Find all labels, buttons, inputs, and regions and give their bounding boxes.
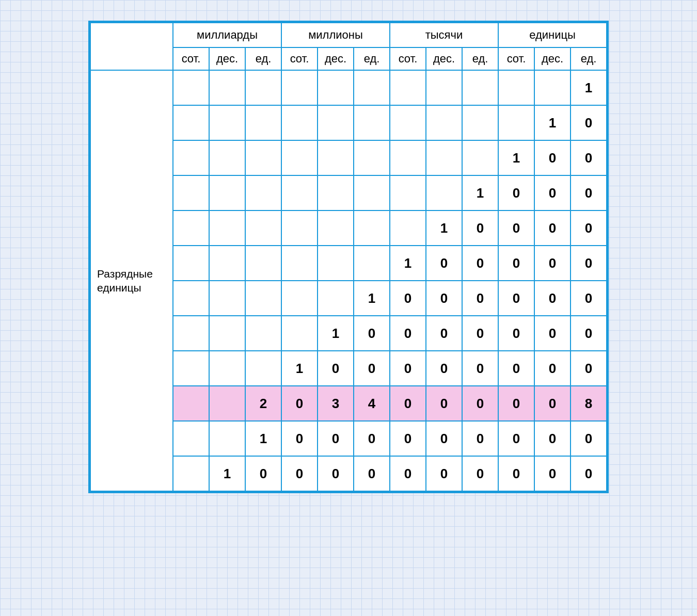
cell: 0 bbox=[354, 351, 390, 386]
cell bbox=[173, 386, 209, 421]
cell bbox=[281, 175, 318, 210]
cell: 1 bbox=[498, 140, 534, 175]
cell bbox=[281, 105, 318, 140]
cell: 0 bbox=[426, 386, 462, 421]
cell: 0 bbox=[571, 246, 607, 281]
cell bbox=[390, 175, 426, 210]
cell: 0 bbox=[534, 351, 571, 386]
cell bbox=[173, 456, 209, 491]
cell bbox=[173, 175, 209, 210]
cell: 0 bbox=[462, 246, 498, 281]
cell: 0 bbox=[390, 281, 426, 316]
cell: 0 bbox=[571, 140, 607, 175]
rank-ed-sot: сот. bbox=[498, 47, 534, 70]
cell: 1 bbox=[534, 105, 571, 140]
cell bbox=[426, 70, 462, 105]
cell: 0 bbox=[498, 421, 534, 456]
cell: 0 bbox=[462, 421, 498, 456]
cell bbox=[245, 105, 281, 140]
cell: 0 bbox=[534, 386, 571, 421]
cell bbox=[318, 210, 354, 246]
cell: 0 bbox=[390, 316, 426, 351]
cell bbox=[245, 210, 281, 246]
cell bbox=[534, 70, 571, 105]
cell bbox=[173, 316, 209, 351]
cell bbox=[390, 140, 426, 175]
cell: 0 bbox=[390, 421, 426, 456]
rank-ed-ed: ед. bbox=[571, 47, 607, 70]
rank-tys-sot: сот. bbox=[390, 47, 426, 70]
cell: 0 bbox=[462, 386, 498, 421]
cell: 3 bbox=[318, 386, 354, 421]
classes-label bbox=[90, 23, 173, 70]
cell bbox=[173, 281, 209, 316]
cell: 0 bbox=[462, 316, 498, 351]
cell: 1 bbox=[209, 456, 245, 491]
cell bbox=[318, 175, 354, 210]
cell bbox=[426, 175, 462, 210]
cell: 0 bbox=[534, 210, 571, 246]
cell bbox=[498, 70, 534, 105]
cell bbox=[173, 210, 209, 246]
cell: 4 bbox=[354, 386, 390, 421]
cell bbox=[281, 210, 318, 246]
cell bbox=[245, 140, 281, 175]
cell: 0 bbox=[571, 421, 607, 456]
cell: 0 bbox=[245, 456, 281, 491]
cell: 0 bbox=[534, 140, 571, 175]
cell bbox=[209, 140, 245, 175]
rank-mil-ed: ед. bbox=[245, 47, 281, 70]
class-milliards: миллиарды bbox=[173, 23, 281, 47]
cell bbox=[354, 140, 390, 175]
cell: 0 bbox=[571, 210, 607, 246]
cell bbox=[245, 351, 281, 386]
cell bbox=[281, 246, 318, 281]
cell bbox=[209, 386, 245, 421]
cell: 0 bbox=[534, 456, 571, 491]
cell bbox=[173, 70, 209, 105]
cell bbox=[173, 351, 209, 386]
rank-tys-des: дес. bbox=[426, 47, 462, 70]
cell: 0 bbox=[390, 351, 426, 386]
cell: 0 bbox=[426, 246, 462, 281]
cell bbox=[173, 421, 209, 456]
class-millions: миллионы bbox=[281, 23, 390, 47]
cell: 8 bbox=[571, 386, 607, 421]
cell: 0 bbox=[571, 351, 607, 386]
cell bbox=[462, 140, 498, 175]
cell bbox=[209, 351, 245, 386]
cell: 1 bbox=[462, 175, 498, 210]
cell bbox=[245, 281, 281, 316]
cell bbox=[426, 105, 462, 140]
cell: 0 bbox=[426, 351, 462, 386]
cell bbox=[354, 105, 390, 140]
cell bbox=[173, 246, 209, 281]
cell bbox=[462, 70, 498, 105]
cell: 0 bbox=[318, 421, 354, 456]
cell bbox=[209, 246, 245, 281]
cell: 0 bbox=[462, 351, 498, 386]
cell bbox=[426, 140, 462, 175]
cell bbox=[281, 70, 318, 105]
rank-mln-sot: сот. bbox=[281, 47, 318, 70]
class-thousands: тысячи bbox=[390, 23, 498, 47]
cell: 0 bbox=[571, 316, 607, 351]
cell bbox=[245, 175, 281, 210]
cell bbox=[209, 175, 245, 210]
cell: 0 bbox=[281, 386, 318, 421]
cell bbox=[281, 140, 318, 175]
data-row-1: Разрядныеединицы 1 bbox=[90, 70, 607, 105]
cell bbox=[173, 140, 209, 175]
cell bbox=[354, 246, 390, 281]
cell: 0 bbox=[498, 456, 534, 491]
cell: 0 bbox=[462, 210, 498, 246]
cell: 0 bbox=[318, 351, 354, 386]
cell: 0 bbox=[426, 421, 462, 456]
cell: 1 bbox=[354, 281, 390, 316]
cell: 0 bbox=[498, 316, 534, 351]
cell: 1 bbox=[571, 70, 607, 105]
cell: 0 bbox=[426, 316, 462, 351]
cell bbox=[354, 70, 390, 105]
cell bbox=[318, 140, 354, 175]
cell bbox=[318, 70, 354, 105]
